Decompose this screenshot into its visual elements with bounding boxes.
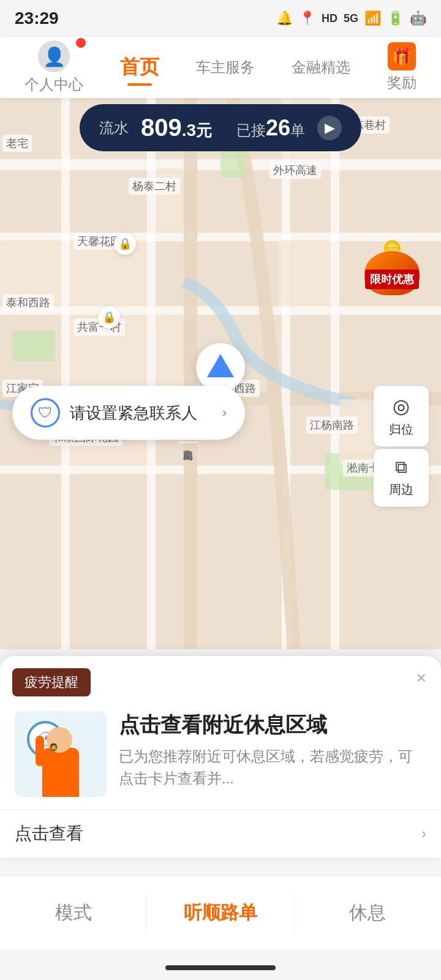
notification-badge: 疲劳提醒 × xyxy=(0,656,441,696)
promo-label: 限时优惠 xyxy=(365,270,419,289)
map-label-waihuan: 外环高速 xyxy=(270,162,321,179)
tab-listen-label: 听顺路单 xyxy=(184,900,257,925)
stats-banner[interactable]: 流水 809.3元 已接26单 ▶ xyxy=(80,104,361,151)
stats-amount: 809.3元 xyxy=(141,114,212,141)
map-controls: ◎ 归位 ⧉ 周边 xyxy=(374,386,429,507)
notification-icon: 🔔 xyxy=(276,10,293,26)
notification-title: 点击查看附近休息区域 xyxy=(119,711,426,738)
map-label-nanbei: 南北高架路 xyxy=(178,441,198,443)
signal-bars: 📶 xyxy=(364,10,381,26)
car-service-label: 车主服务 xyxy=(196,58,255,77)
status-time: 23:29 xyxy=(15,9,59,28)
nav-profile[interactable]: 👤 个人中心 xyxy=(24,40,83,94)
emergency-contact-button[interactable]: 🛡 请设置紧急联系人 › xyxy=(12,386,245,440)
map-label-laozhai: 老宅 xyxy=(2,135,32,152)
notification-footer-arrow: › xyxy=(421,825,426,842)
nearby-label: 周边 xyxy=(389,481,413,498)
notification-footer[interactable]: 点击查看 › xyxy=(0,809,441,858)
svg-rect-12 xyxy=(12,331,55,361)
signal-5g: 5G xyxy=(344,12,358,25)
nav-rewards[interactable]: 🎁 奖励 xyxy=(387,42,417,92)
tab-rest[interactable]: 休息 xyxy=(295,876,441,949)
notification-badge-text: 疲劳提醒 xyxy=(24,674,78,690)
notification-card: 疲劳提醒 × 🕐 🧔 点击查看附近休息区域 已为您推荐附近可休息区域，若感觉疲劳… xyxy=(0,656,441,858)
home-label: 首页 xyxy=(120,54,159,81)
nearby-button[interactable]: ⧉ 周边 xyxy=(374,449,429,507)
tab-mode[interactable]: 模式 xyxy=(0,876,146,949)
hd-badge: HD xyxy=(322,12,337,25)
locate-button[interactable]: ◎ 归位 xyxy=(374,386,429,447)
tab-rest-label: 休息 xyxy=(349,900,386,925)
avatar-icon: 👤 xyxy=(38,40,70,72)
map-label-jiangyangnan: 江杨南路 xyxy=(306,417,358,434)
app-icon: 🤖 xyxy=(410,10,426,26)
tab-listen-orders[interactable]: 听顺路单 xyxy=(147,876,293,949)
notification-description: 已为您推荐附近可休息区域，若感觉疲劳，可点击卡片查看并... xyxy=(119,745,426,790)
map-lock-icon-1: 🔒 xyxy=(114,233,136,255)
top-navigation: 👤 个人中心 首页 车主服务 金融精选 🎁 奖励 xyxy=(0,37,441,98)
stats-prefix: 流水 xyxy=(99,118,129,138)
notification-image: 🕐 🧔 xyxy=(15,711,107,797)
stats-amount-decimal: .3 xyxy=(182,121,196,140)
emergency-text: 请设置紧急联系人 xyxy=(70,402,197,424)
notification-header: 疲劳提醒 xyxy=(12,668,91,696)
svg-rect-14 xyxy=(70,240,147,306)
svg-rect-20 xyxy=(278,240,331,306)
battery-icon: 🔋 xyxy=(387,10,404,26)
rewards-icon: 🎁 xyxy=(388,42,416,70)
nearby-icon: ⧉ xyxy=(395,458,407,478)
nav-finance[interactable]: 金融精选 xyxy=(292,58,350,77)
stats-orders: 已接26单 xyxy=(236,115,305,141)
home-indicator xyxy=(165,965,276,970)
emergency-chevron-icon: › xyxy=(222,405,227,421)
map-label-yangtaier: 杨泰二村 xyxy=(129,178,180,195)
person-arm-left xyxy=(36,736,44,766)
svg-rect-6 xyxy=(61,98,70,649)
person-body xyxy=(42,748,79,797)
emergency-shield-icon: 🛡 xyxy=(31,398,60,428)
map-lock-icon-2: 🔒 xyxy=(98,306,120,328)
promo-badge[interactable]: 🪙 限时优惠 xyxy=(361,239,429,306)
nav-home[interactable]: 首页 xyxy=(120,54,159,81)
svg-rect-19 xyxy=(156,315,184,392)
bottom-tab-bar: 模式 听顺路单 休息 xyxy=(0,876,441,949)
nav-car-service[interactable]: 车主服务 xyxy=(196,58,255,77)
location-icon: 📍 xyxy=(299,10,315,26)
navigation-arrow[interactable] xyxy=(196,343,245,392)
person-beard: 🧔 xyxy=(49,743,58,752)
status-icons: 🔔 📍 HD 5G 📶 🔋 🤖 xyxy=(276,10,426,26)
stats-detail-button[interactable]: ▶ xyxy=(317,116,342,140)
stats-orders-count: 26 xyxy=(266,115,290,140)
profile-label: 个人中心 xyxy=(24,75,83,94)
locate-icon: ◎ xyxy=(393,394,410,418)
map-label-taihe: 泰和西路 xyxy=(2,294,54,311)
status-bar: 23:29 🔔 📍 HD 5G 📶 🔋 🤖 xyxy=(0,0,441,37)
profile-badge xyxy=(76,38,86,48)
locate-label: 归位 xyxy=(389,421,413,438)
direction-indicator xyxy=(207,354,234,377)
promo-bag: 限时优惠 xyxy=(364,251,420,295)
finance-label: 金融精选 xyxy=(292,58,350,77)
notification-close-button[interactable]: × xyxy=(417,668,426,688)
notification-action-text: 点击查看 xyxy=(15,822,83,845)
stats-unit: 元 xyxy=(196,121,212,140)
stats-amount-main: 809 xyxy=(141,114,182,141)
svg-rect-10 xyxy=(331,98,339,649)
tab-mode-label: 模式 xyxy=(55,900,92,925)
notification-text-area: 点击查看附近休息区域 已为您推荐附近可休息区域，若感觉疲劳，可点击卡片查看并..… xyxy=(119,711,426,790)
svg-rect-8 xyxy=(184,98,197,649)
rewards-label: 奖励 xyxy=(387,73,417,92)
notification-content[interactable]: 🕐 🧔 点击查看附近休息区域 已为您推荐附近可休息区域，若感觉疲劳，可点击卡片查… xyxy=(0,696,441,809)
